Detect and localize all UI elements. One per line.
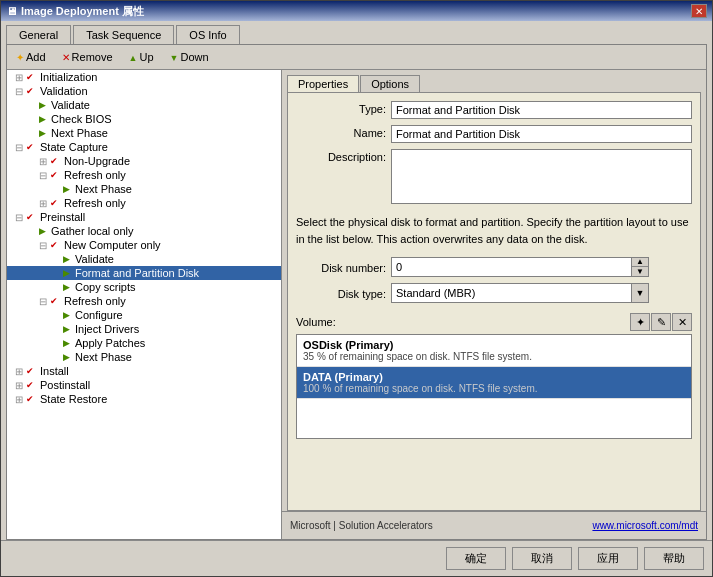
tree-item-non-upgrade[interactable]: ⊞ ✔ Non-Upgrade [7,154,281,168]
tree-label-next-phase-1: Next Phase [51,127,108,139]
tree-label-configure: Configure [75,309,123,321]
tree-item-new-computer[interactable]: ⊟ ✔ New Computer only [7,238,281,252]
up-label: Up [139,51,153,63]
tree-item-validate-2[interactable]: ▶ Validate [7,252,281,266]
toolbar: Add Remove Up Down [7,45,706,70]
tree-label-state-restore: State Restore [40,393,107,405]
remove-icon [62,51,70,63]
volume-list: OSDisk (Primary) 35 % of remaining space… [296,334,692,439]
close-button[interactable]: ✕ [691,4,707,18]
expand-icon[interactable]: ⊞ [15,394,25,405]
add-button[interactable]: Add [12,49,50,65]
tab-os-info[interactable]: OS Info [176,25,239,44]
tree-item-initialization[interactable]: ⊞ ✔ Initialization [7,70,281,84]
expand-icon[interactable]: ⊟ [39,170,49,181]
cancel-button[interactable]: 取消 [512,547,572,570]
info-text: Select the physical disk to format and p… [296,214,692,247]
expand-icon[interactable]: ⊟ [39,296,49,307]
disk-number-input-wrapper: ▲ ▼ [391,257,649,277]
right-panel: Properties Options Type: Name: [282,70,706,539]
tree-label-install: Install [40,365,69,377]
description-input[interactable] [391,149,692,204]
arrow-icon: ▶ [63,352,73,362]
check-icon: ✔ [26,366,39,376]
tree-item-install[interactable]: ⊞ ✔ Install [7,364,281,378]
expand-icon[interactable]: ⊞ [15,72,25,83]
tree-item-copy-scripts[interactable]: ▶ Copy scripts [7,280,281,294]
volume-header: Volume: ✦ ✎ ✕ [296,313,692,331]
volume-edit-btn[interactable]: ✎ [651,313,671,331]
volume-remove-icon: ✕ [678,316,687,329]
volume-item-desc-osdisk: 35 % of remaining space on disk. NTFS fi… [303,351,685,362]
name-label: Name: [296,125,386,139]
tree-item-configure[interactable]: ▶ Configure [7,308,281,322]
spinner-up[interactable]: ▲ [632,258,648,267]
tree-label-validate: Validate [51,99,90,111]
disk-type-input[interactable] [391,283,631,303]
tab-general[interactable]: General [6,25,71,44]
name-row: Name: [296,125,692,143]
type-input[interactable] [391,101,692,119]
tree-item-check-bios[interactable]: ▶ Check BIOS [7,112,281,126]
expand-icon[interactable]: ⊞ [39,198,49,209]
add-icon [16,51,24,63]
tree-label-non-upgrade: Non-Upgrade [64,155,130,167]
tree-item-format-partition[interactable]: ▶ Format and Partition Disk [7,266,281,280]
check-icon: ✔ [50,198,63,208]
tree-label-refresh-only-2: Refresh only [64,197,126,209]
window-title: Image Deployment 属性 [21,4,144,19]
up-button[interactable]: Up [125,49,158,65]
spinner-down[interactable]: ▼ [632,267,648,276]
volume-item-osdisk[interactable]: OSDisk (Primary) 35 % of remaining space… [297,335,691,367]
volume-add-btn[interactable]: ✦ [630,313,650,331]
tree-item-state-capture[interactable]: ⊟ ✔ State Capture [7,140,281,154]
tree-label-apply-patches: Apply Patches [75,337,145,349]
tree-item-refresh-only-3[interactable]: ⊟ ✔ Refresh only [7,294,281,308]
tree-label-check-bios: Check BIOS [51,113,112,125]
tree-item-refresh-only-1[interactable]: ⊟ ✔ Refresh only [7,168,281,182]
tree-item-next-phase-1[interactable]: ▶ Next Phase [7,126,281,140]
tree-item-next-phase-3[interactable]: ▶ Next Phase [7,350,281,364]
expand-icon[interactable]: ⊟ [15,142,25,153]
type-row: Type: [296,101,692,119]
tree-label-refresh-only-3: Refresh only [64,295,126,307]
apply-button[interactable]: 应用 [578,547,638,570]
tree-item-postinstall[interactable]: ⊞ ✔ Postinstall [7,378,281,392]
tree-item-validation[interactable]: ⊟ ✔ Validation [7,84,281,98]
tab-task-sequence[interactable]: Task Sequence [73,25,174,44]
name-input[interactable] [391,125,692,143]
dropdown-arrow[interactable]: ▼ [631,283,649,303]
ok-button[interactable]: 确定 [446,547,506,570]
disk-number-input[interactable] [391,257,631,277]
check-icon: ✔ [50,240,63,250]
expand-icon[interactable]: ⊞ [15,366,25,377]
tree-label-gather-local: Gather local only [51,225,134,237]
expand-icon[interactable]: ⊟ [15,86,25,97]
tab-content: Add Remove Up Down ⊞ ✔ [6,44,707,540]
help-button[interactable]: 帮助 [644,547,704,570]
type-label: Type: [296,101,386,115]
expand-icon[interactable]: ⊟ [39,240,49,251]
tree-item-inject-drivers[interactable]: ▶ Inject Drivers [7,322,281,336]
tree-item-preinstall[interactable]: ⊟ ✔ Preinstall [7,210,281,224]
volume-remove-btn[interactable]: ✕ [672,313,692,331]
title-bar-left: 🖥 Image Deployment 属性 [6,4,144,19]
tree-item-apply-patches[interactable]: ▶ Apply Patches [7,336,281,350]
remove-button[interactable]: Remove [58,49,117,65]
tab-properties[interactable]: Properties [287,75,359,92]
expand-icon[interactable]: ⊞ [15,380,25,391]
arrow-icon: ▶ [63,254,73,264]
tree-item-next-phase-2[interactable]: ▶ Next Phase [7,182,281,196]
tree-item-validate[interactable]: ▶ Validate [7,98,281,112]
down-button[interactable]: Down [166,49,213,65]
tree-label-next-phase-3: Next Phase [75,351,132,363]
tree-item-state-restore[interactable]: ⊞ ✔ State Restore [7,392,281,406]
tree-item-refresh-only-2[interactable]: ⊞ ✔ Refresh only [7,196,281,210]
tab-options[interactable]: Options [360,75,420,92]
volume-toolbar: ✦ ✎ ✕ [630,313,692,331]
volume-item-data[interactable]: DATA (Primary) 100 % of remaining space … [297,367,691,399]
arrow-icon: ▶ [63,184,73,194]
expand-icon[interactable]: ⊟ [15,212,25,223]
expand-icon[interactable]: ⊞ [39,156,49,167]
tree-item-gather-local[interactable]: ▶ Gather local only [7,224,281,238]
